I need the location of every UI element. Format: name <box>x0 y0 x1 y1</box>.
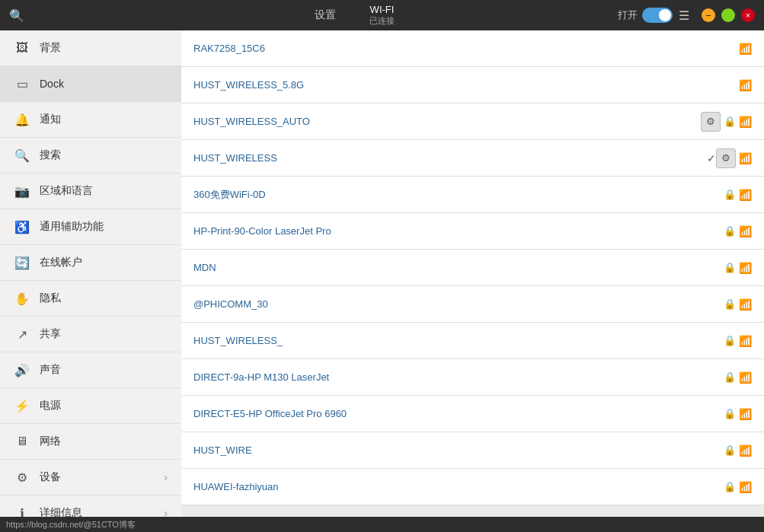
lock-icon-hust_wireless_: 🔒 <box>724 335 736 346</box>
notifications-icon: 🔔 <box>14 111 30 128</box>
sidebar-item-search[interactable]: 🔍搜索 <box>0 138 181 174</box>
sidebar-item-sound[interactable]: 🔊声音 <box>0 352 181 388</box>
info-icon: ℹ <box>14 505 30 517</box>
wifi-icons-hust_wireless: ⚙📶 <box>716 148 752 168</box>
titlebar: 🔍 设置 WI-FI 已连接 打开 ☰ − × <box>0 0 764 30</box>
sidebar-item-notifications[interactable]: 🔔通知 <box>0 102 181 138</box>
wifi-item-rak7258[interactable]: RAK7258_15C6📶 <box>181 30 764 67</box>
account-label: 在线帐户 <box>40 256 168 269</box>
signal-icon-hust_wireless_: 📶 <box>739 335 752 347</box>
wifi-item-hust58[interactable]: HUST_WIRELESS_5.8G📶 <box>181 67 764 104</box>
wifi-icons-hp_print: 🔒📶 <box>724 225 752 237</box>
lock-icon-360wifi: 🔒 <box>724 189 736 200</box>
sidebar-item-devices[interactable]: ⚙设备› <box>0 460 181 495</box>
wifi-item-360wifi[interactable]: 360免费WiFi-0D🔒📶 <box>181 177 764 213</box>
titlebar-right: 打开 ☰ − × <box>618 8 755 23</box>
minimize-button[interactable]: − <box>702 8 715 22</box>
sidebar-item-dock[interactable]: ▭Dock <box>0 66 181 102</box>
wifi-item-direct_hp130[interactable]: DIRECT-9a-HP M130 LaserJet🔒📶 <box>181 359 764 396</box>
wifi-item-huawei[interactable]: HUAWEI-fazhiyuan🔒📶 <box>181 469 764 505</box>
account-icon: 🔄 <box>14 254 30 271</box>
devices-chevron-icon: › <box>164 471 168 483</box>
sharing-label: 共享 <box>40 327 168 341</box>
wifi-item-mdn[interactable]: MDN🔒📶 <box>181 250 764 286</box>
sidebar-item-info[interactable]: ℹ详细信息› <box>0 495 181 517</box>
wifi-name-direct_hp130: DIRECT-9a-HP M130 LaserJet <box>193 371 724 383</box>
wifi-name-hust_wireless_: HUST_WIRELESS_ <box>193 335 724 346</box>
wifi-name-hust_wireless: HUST_WIRELESS <box>193 152 702 164</box>
maximize-button[interactable] <box>721 8 735 22</box>
gear-button-hust_wireless[interactable]: ⚙ <box>716 148 736 168</box>
signal-icon-hust_wire: 📶 <box>739 444 752 457</box>
signal-icon-direct_hp6960: 📶 <box>739 408 752 420</box>
wifi-icons-hust58: 📶 <box>739 79 752 91</box>
region-icon: 📷 <box>14 183 30 199</box>
wifi-item-hust_wireless_[interactable]: HUST_WIRELESS_🔒📶 <box>181 323 764 359</box>
sidebar-item-network[interactable]: 🖥网络 <box>0 424 181 460</box>
wifi-item-hust_wireless[interactable]: HUST_WIRELESS✓⚙📶 <box>181 140 764 177</box>
signal-icon-hust58: 📶 <box>739 79 752 91</box>
url-bar: https://blog.csdn.net/@51CTO博客 <box>0 517 764 532</box>
signal-icon-direct_hp130: 📶 <box>739 371 752 384</box>
accessibility-icon: ♿ <box>14 218 30 235</box>
wifi-icons-360wifi: 🔒📶 <box>724 189 752 201</box>
sidebar-item-background[interactable]: 🖼背景 <box>0 30 181 66</box>
wifi-toggle[interactable] <box>642 8 673 23</box>
wifi-list: RAK7258_15C6📶HUST_WIRELESS_5.8G📶HUST_WIR… <box>181 30 764 517</box>
sidebar-item-sharing[interactable]: ↗共享 <box>0 317 181 352</box>
search-label: 搜索 <box>40 148 168 162</box>
wifi-header-info: WI-FI 已连接 <box>369 4 395 27</box>
network-label: 网络 <box>40 435 168 448</box>
wifi-name-rak7258: RAK7258_15C6 <box>193 43 739 54</box>
lock-icon-direct_hp6960: 🔒 <box>724 408 736 419</box>
wifi-item-direct_hp6960[interactable]: DIRECT-E5-HP OfficeJet Pro 6960🔒📶 <box>181 396 764 432</box>
url-text: https://blog.csdn.net/@51CTO博客 <box>6 519 136 530</box>
wifi-item-hust_wire[interactable]: HUST_WIRE🔒📶 <box>181 432 764 469</box>
toggle-thumb <box>659 9 671 21</box>
lock-icon-hust_wire: 🔒 <box>724 444 736 456</box>
wifi-item-hust_auto[interactable]: HUST_WIRELESS_AUTO⚙🔒📶 <box>181 104 764 140</box>
wifi-item-phicomm[interactable]: @PHICOMM_30🔒📶 <box>181 286 764 323</box>
menu-icon[interactable]: ☰ <box>679 8 689 23</box>
checkmark-icon-hust_wireless: ✓ <box>707 152 716 164</box>
sidebar-item-region[interactable]: 📷区域和语言 <box>0 174 181 209</box>
lock-icon-phicomm: 🔒 <box>724 298 736 310</box>
wifi-toggle-group: 打开 <box>618 8 673 23</box>
privacy-icon: ✋ <box>14 290 30 307</box>
info-chevron-icon: › <box>164 507 168 517</box>
signal-icon-360wifi: 📶 <box>739 189 752 201</box>
dock-label: Dock <box>40 78 168 90</box>
search-icon: 🔍 <box>14 147 30 164</box>
power-label: 电源 <box>40 399 168 413</box>
titlebar-title: 设置 <box>32 8 618 22</box>
sound-label: 声音 <box>40 363 168 377</box>
wifi-name-hust58: HUST_WIRELESS_5.8G <box>193 79 739 91</box>
close-button[interactable]: × <box>741 8 755 22</box>
background-label: 背景 <box>40 41 168 55</box>
sidebar-item-accessibility[interactable]: ♿通用辅助功能 <box>0 209 181 245</box>
signal-icon-huawei: 📶 <box>739 481 752 493</box>
signal-icon-hp_print: 📶 <box>739 225 752 237</box>
lock-icon-huawei: 🔒 <box>724 481 736 492</box>
signal-icon-phicomm: 📶 <box>739 298 752 311</box>
wifi-name-direct_hp6960: DIRECT-E5-HP OfficeJet Pro 6960 <box>193 408 724 419</box>
sidebar-item-privacy[interactable]: ✋隐私 <box>0 281 181 317</box>
gear-button-hust_auto[interactable]: ⚙ <box>701 112 721 132</box>
sidebar-item-power[interactable]: ⚡电源 <box>0 388 181 424</box>
wifi-item-hp_print[interactable]: HP-Print-90-Color LaserJet Pro🔒📶 <box>181 213 764 250</box>
wifi-name-hp_print: HP-Print-90-Color LaserJet Pro <box>193 225 724 237</box>
wifi-name-huawei: HUAWEI-fazhiyuan <box>193 481 724 492</box>
wifi-icons-hust_auto: ⚙🔒📶 <box>701 112 752 132</box>
signal-icon-hust_auto: 📶 <box>739 116 752 128</box>
network-icon: 🖥 <box>14 433 30 450</box>
info-label: 详细信息 <box>40 506 164 517</box>
wifi-icons-mdn: 🔒📶 <box>724 262 752 274</box>
wifi-icons-hust_wireless_: 🔒📶 <box>724 335 752 347</box>
search-icon[interactable]: 🔍 <box>9 8 24 23</box>
sidebar-item-account[interactable]: 🔄在线帐户 <box>0 245 181 281</box>
sharing-icon: ↗ <box>14 326 30 342</box>
devices-icon: ⚙ <box>14 469 30 486</box>
wifi-header-status: 已连接 <box>369 15 395 27</box>
wifi-name-hust_wire: HUST_WIRE <box>193 444 724 456</box>
accessibility-label: 通用辅助功能 <box>40 220 168 234</box>
